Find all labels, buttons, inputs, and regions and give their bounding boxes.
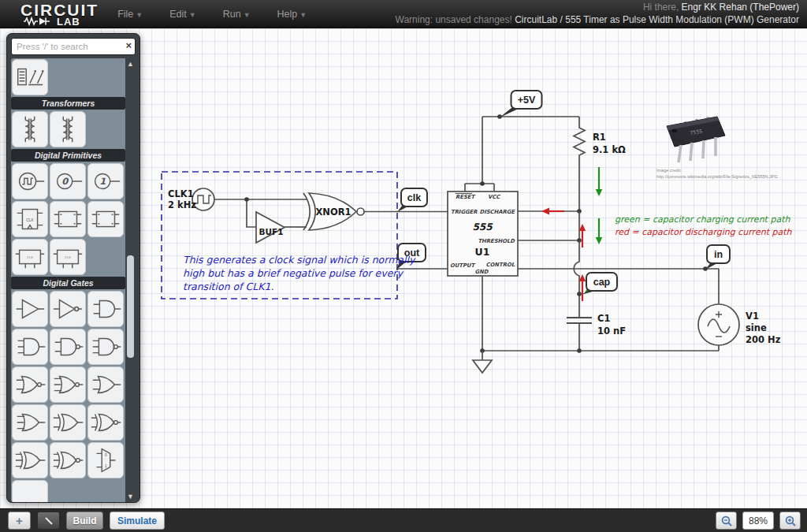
net-flag-plus5v[interactable]: +5V xyxy=(500,91,542,117)
pin-discharge: DISCHARGE xyxy=(480,209,516,215)
resistor-r1[interactable] xyxy=(574,117,585,211)
clock-source-clk1[interactable] xyxy=(192,188,307,210)
net-flag-clk[interactable]: clk xyxy=(397,188,427,212)
ground-symbol[interactable] xyxy=(473,351,492,373)
zoom-in-button[interactable] xyxy=(779,512,801,530)
svg-text:http://commons.wikimedia.org/w: http://commons.wikimedia.org/wiki/File:S… xyxy=(656,174,778,179)
tile-relay[interactable] xyxy=(12,59,48,95)
and3-gate-icon xyxy=(13,329,47,365)
tile-digital-ic-d[interactable]: CLK xyxy=(50,239,86,275)
scroll-down-icon[interactable]: ▼ xyxy=(125,493,136,500)
xnor2-gate-icon xyxy=(88,404,123,441)
tile-transformer-1[interactable] xyxy=(12,111,48,147)
u1-part: 555 xyxy=(472,221,493,233)
wire-clk-branch[interactable] xyxy=(247,199,256,227)
palette-tile-grid: 01 xyxy=(11,290,125,479)
relay-icon xyxy=(13,59,47,95)
svg-text:CLK: CLK xyxy=(65,255,71,259)
document-breadcrumb: Warning: unsaved changes! CircuitLab / 5… xyxy=(396,14,800,27)
magnifier-plus-icon xyxy=(784,515,797,527)
tile-and3-gate[interactable] xyxy=(12,329,48,365)
build-button[interactable]: Build xyxy=(66,512,103,530)
tile-or2-gate[interactable] xyxy=(87,366,124,403)
digital-ic-a-icon xyxy=(50,201,85,237)
simulate-button[interactable]: Simulate xyxy=(110,512,165,530)
svg-text:Image credit:: Image credit: xyxy=(656,168,682,173)
scroll-up-icon[interactable]: ▲ xyxy=(125,60,136,68)
svg-text:CLK: CLK xyxy=(26,218,34,222)
tile-xor2-gate[interactable] xyxy=(50,404,86,441)
transformer-2-icon xyxy=(50,111,85,147)
capacitor-c1[interactable] xyxy=(567,318,592,351)
zoom-level-display[interactable]: 88% xyxy=(742,512,774,530)
or2-gate-icon xyxy=(88,366,123,403)
username[interactable]: Engr KK Rehan (ThePower) xyxy=(682,2,799,13)
svg-text:cap: cap xyxy=(593,277,611,288)
search-input[interactable] xyxy=(11,38,136,55)
tile-or3-gate[interactable] xyxy=(12,404,48,441)
pin-output: OUTPUT xyxy=(450,262,475,269)
palette-tile-grid xyxy=(11,58,125,96)
multiplexer-icon: 01 xyxy=(88,442,123,478)
tile-partial-tile[interactable] xyxy=(12,480,48,502)
tile-xnor2-gate[interactable] xyxy=(87,404,124,441)
close-icon[interactable]: × xyxy=(125,40,132,50)
tile-xor3-gate[interactable] xyxy=(12,442,48,478)
u1-designator: U1 xyxy=(475,246,490,258)
menu-run[interactable]: Run▼ xyxy=(223,9,251,20)
menu-bar: File▼ Edit▼ Run▼ Help▼ xyxy=(117,9,307,20)
transformer-1-icon xyxy=(13,111,47,147)
pan-tool-button[interactable]: + xyxy=(8,512,31,530)
tile-nand2-gate[interactable] xyxy=(50,329,86,365)
menu-help[interactable]: Help▼ xyxy=(277,9,307,20)
voltage-source-v1[interactable] xyxy=(698,269,739,351)
zoom-out-button[interactable] xyxy=(716,512,737,530)
tile-nor3-gate[interactable] xyxy=(50,366,86,403)
tile-nor2-gate[interactable] xyxy=(12,366,48,403)
partial-tile-icon xyxy=(13,480,47,502)
menu-edit[interactable]: Edit▼ xyxy=(169,9,195,20)
palette-scrollbar[interactable]: ▲ ▼ xyxy=(125,58,136,502)
tile-logic-0[interactable]: 0 xyxy=(50,163,86,199)
breadcrumb-app[interactable]: CircuitLab xyxy=(515,14,557,25)
tile-multiplexer[interactable]: 01 xyxy=(87,442,124,478)
scrollbar-thumb[interactable] xyxy=(127,255,134,358)
tile-transformer-2[interactable] xyxy=(50,111,86,147)
tile-and2-gate[interactable] xyxy=(87,291,124,327)
nor2-gate-icon xyxy=(13,366,47,403)
tile-d-flip-flop[interactable]: CLK xyxy=(12,201,48,237)
tile-nand3-gate[interactable] xyxy=(87,329,124,365)
tile-logic-1[interactable]: 1 xyxy=(87,163,124,199)
v1-designator: V1 xyxy=(746,311,759,322)
digital-ic-b-icon xyxy=(88,201,123,237)
xnor3-gate-icon xyxy=(50,442,85,478)
pin-trigger: TRIGGER xyxy=(451,209,478,215)
tile-xnor3-gate[interactable] xyxy=(50,442,86,478)
net-flag-in[interactable]: in xyxy=(705,245,730,270)
top-menubar: CIRCUIT LAB File▼ Edit▼ Run▼ Help▼ Hi th… xyxy=(0,0,807,28)
tile-inverter-gate[interactable] xyxy=(50,291,86,327)
tile-digital-ic-a[interactable] xyxy=(50,201,86,237)
menu-file[interactable]: File▼ xyxy=(117,9,143,20)
palette-tile-grid: 01CLKCLKCLK xyxy=(11,162,125,276)
tile-digital-ic-b[interactable] xyxy=(87,201,124,237)
chevron-down-icon: ▼ xyxy=(136,11,143,19)
wire-threshold-to-cap[interactable] xyxy=(574,240,579,318)
svg-text:0: 0 xyxy=(61,176,69,187)
wire-tool-button[interactable] xyxy=(37,512,60,530)
circuitlab-logo[interactable]: CIRCUIT LAB xyxy=(20,2,99,27)
svg-text:clk: clk xyxy=(407,192,421,203)
svg-text:This generates a clock signal: This generates a clock signal which is n… xyxy=(183,254,416,266)
tile-buffer-gate[interactable] xyxy=(12,291,48,327)
buffer-gate-icon xyxy=(13,291,47,327)
magnifier-minus-icon xyxy=(720,515,733,527)
svg-text:0: 0 xyxy=(105,453,107,457)
chevron-down-icon: ▼ xyxy=(244,11,251,19)
tile-digital-ic-c[interactable]: CLK xyxy=(12,239,48,275)
svg-text:+5V: +5V xyxy=(518,95,536,106)
pin-reset: RESET xyxy=(456,194,475,200)
wire-icon xyxy=(43,515,54,526)
svg-text:CLK: CLK xyxy=(27,255,33,259)
tile-digital-clock-source[interactable] xyxy=(12,163,48,199)
digital-ic-c-icon: CLK xyxy=(13,239,47,275)
